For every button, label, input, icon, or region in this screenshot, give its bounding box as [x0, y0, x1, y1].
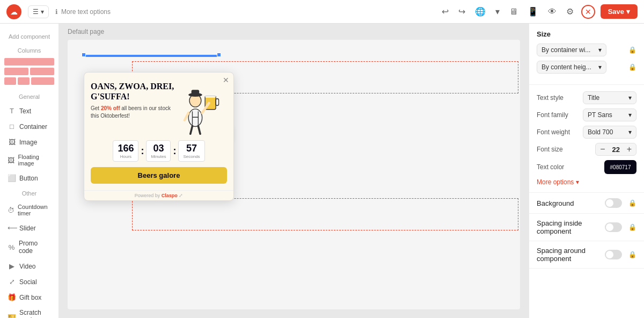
timer-colon-2: :: [173, 146, 176, 157]
sidebar-label-button: Button: [19, 175, 38, 182]
save-button[interactable]: Size Save ▾: [601, 4, 638, 19]
timer-seconds-value: 57: [183, 143, 200, 154]
col-preview-2[interactable]: [4, 68, 54, 75]
text-style-label: Text style: [537, 94, 564, 102]
more-text-options[interactable]: ℹ More text options: [55, 8, 111, 16]
size-width-select[interactable]: By container wi... ▾: [537, 44, 606, 56]
sidebar-item-scratch[interactable]: 🎫 Scratch card: [4, 306, 54, 318]
general-section-title: General: [4, 93, 54, 100]
menu-icon: ☰: [33, 8, 39, 16]
font-size-minus[interactable]: −: [599, 144, 606, 154]
svg-rect-9: [192, 90, 200, 96]
size-width-label: By container wi...: [541, 46, 590, 54]
timer-hours-label: Hours: [118, 154, 134, 159]
popup-powered: Powered by Claspo ⤢: [84, 190, 233, 200]
topbar: ☁ ☰ ▾ ℹ More text options ↩ ↪ 🌐 ▾ 🖥 📱 👁 …: [0, 0, 644, 24]
button-icon: ⬜: [8, 174, 16, 182]
sidebar-label-text: Text: [19, 107, 31, 115]
background-toggle[interactable]: [605, 198, 622, 208]
font-weight-select[interactable]: Bold 700 ▾: [583, 126, 636, 139]
preview-icon[interactable]: 👁: [546, 5, 559, 19]
settings-icon[interactable]: ⚙: [564, 4, 576, 19]
font-size-value: 22: [610, 146, 623, 154]
spacing-inside-lock: 🔒: [628, 223, 636, 231]
more-options-link[interactable]: More options ▾: [537, 178, 636, 186]
font-family-label: Font family: [537, 111, 568, 119]
sidebar-label-container: Container: [19, 123, 47, 131]
size-width-lock: 🔒: [628, 46, 636, 54]
sidebar-label-slider: Slider: [19, 225, 36, 232]
font-size-control: − 22 +: [595, 143, 636, 156]
menu-button[interactable]: ☰ ▾: [28, 5, 49, 18]
page-label: Default page: [68, 28, 104, 35]
sidebar-item-giftbox[interactable]: 🎁 Gift box: [4, 291, 54, 304]
text-color-label: Text color: [537, 163, 564, 171]
timer-hours-value: 166: [118, 143, 134, 154]
canvas-content[interactable]: col ▾ ⊞ ✎ ⋮ ‹ ✕ OANS, ZWOA, DREI,: [68, 40, 520, 309]
redo-button[interactable]: ↪: [456, 4, 467, 19]
size-height-label: By content heig...: [541, 63, 591, 71]
more-options-label: More options: [537, 178, 574, 186]
spacing-around-toggle-right: 🔒: [605, 250, 636, 259]
sidebar-item-social[interactable]: ⤢ Social: [4, 275, 54, 288]
font-weight-chevron: ▾: [628, 128, 632, 136]
save-label: Save: [608, 8, 624, 16]
sidebar-item-floating-image[interactable]: 🖼 Floating image: [4, 151, 54, 169]
text-style-select[interactable]: Title ▾: [583, 91, 636, 104]
sidebar-label-social: Social: [19, 278, 37, 286]
topbar-right: ↩ ↪ 🌐 ▾ 🖥 📱 👁 ⚙ ✕ Size Save ▾: [440, 4, 638, 19]
col-preview-3[interactable]: [4, 77, 54, 85]
spacing-around-label: Spacing around component: [537, 247, 605, 263]
column-previews: [4, 58, 54, 85]
video-icon: ▶: [8, 262, 16, 270]
menu-dropdown-icon: ▾: [41, 8, 44, 16]
background-toggle-right: 🔒: [605, 198, 636, 208]
globe-button[interactable]: 🌐: [473, 4, 488, 19]
info-icon: ℹ: [55, 8, 58, 16]
canvas-area[interactable]: Default page col ▾ ⊞ ✎ ⋮ ‹: [59, 24, 529, 318]
svg-rect-2: [205, 95, 216, 97]
font-size-row: Font size − 22 +: [537, 143, 636, 156]
close-button[interactable]: ✕: [581, 5, 595, 19]
popup-timer: 166 Hours : 03 Minutes : 57 Seconds: [84, 135, 233, 167]
popup-inner: OANS, ZWOA, DREI, G'SUFFA! Get 20% off a…: [84, 73, 233, 135]
text-style-row: Text style Title ▾: [537, 91, 636, 104]
giftbox-icon: 🎁: [8, 293, 16, 301]
size-width-chevron: ▾: [598, 46, 602, 54]
sidebar-item-container[interactable]: □ Container: [4, 120, 54, 133]
sidebar-label-floating-image: Floating image: [18, 154, 51, 167]
timer-hours: 166 Hours: [113, 140, 138, 162]
countdown-icon: ⏱: [8, 206, 14, 214]
right-panel: Size By container wi... ▾ 🔒 By content h…: [529, 24, 644, 318]
expand-icon[interactable]: ⤢: [179, 193, 183, 198]
desktop-icon[interactable]: 🖥: [507, 5, 520, 19]
size-height-chevron: ▾: [598, 63, 602, 71]
sidebar-item-text[interactable]: T Text: [4, 104, 54, 118]
undo-button[interactable]: ↩: [440, 4, 451, 19]
sidebar-item-button[interactable]: ⬜ Button: [4, 171, 54, 185]
font-family-select[interactable]: PT Sans ▾: [583, 109, 636, 121]
sidebar-item-slider[interactable]: ⟵ Slider: [4, 221, 54, 235]
dropdown-button[interactable]: ▾: [493, 4, 502, 19]
text-color-swatch[interactable]: #080717: [604, 160, 636, 174]
col-preview-1[interactable]: [4, 58, 54, 66]
selection-outline: [84, 55, 218, 57]
font-family-value: PT Sans: [588, 111, 612, 119]
mobile-icon[interactable]: 📱: [525, 4, 540, 19]
spacing-inside-toggle[interactable]: [605, 222, 622, 232]
popup-cta-button[interactable]: Beers galore: [91, 167, 227, 184]
sidebar-item-video[interactable]: ▶ Video: [4, 259, 54, 273]
background-lock: 🔒: [628, 199, 636, 207]
sidebar-label-image: Image: [19, 139, 37, 146]
sidebar-item-promo[interactable]: % Promo code: [4, 237, 54, 257]
sidebar-item-countdown[interactable]: ⏱ Countdown timer: [4, 201, 54, 219]
size-height-select[interactable]: By content heig... ▾: [537, 61, 606, 74]
sidebar-item-image[interactable]: 🖼 Image: [4, 135, 54, 149]
popup-close-button[interactable]: ✕: [223, 76, 229, 84]
size-title: Size: [537, 30, 636, 38]
text-style-chevron: ▾: [628, 94, 632, 102]
spacing-inside-toggle-right: 🔒: [605, 222, 636, 232]
font-size-plus[interactable]: +: [626, 144, 633, 154]
spacing-around-toggle[interactable]: [605, 250, 622, 259]
background-toggle-row: Background 🔒: [529, 193, 644, 214]
